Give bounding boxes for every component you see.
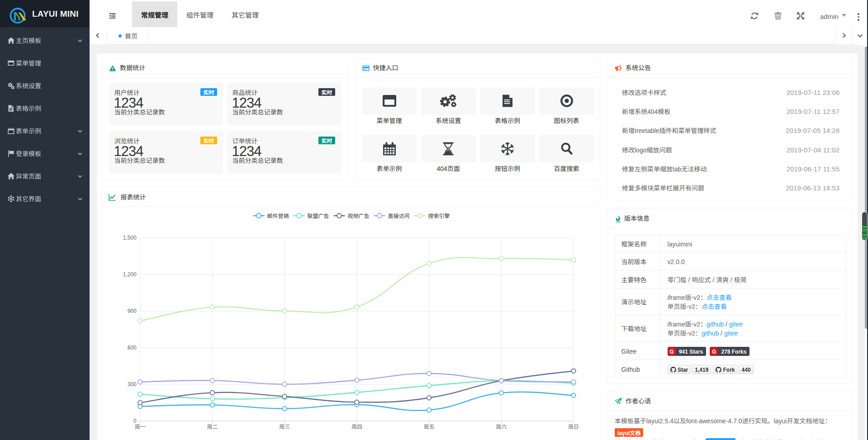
svg-text:搜索引擎: 搜索引擎 bbox=[428, 212, 450, 219]
svg-text:周四: 周四 bbox=[351, 422, 362, 430]
svg-text:周一: 周一 bbox=[135, 422, 146, 430]
svg-text:900: 900 bbox=[128, 307, 137, 314]
svg-text:视频广告: 视频广告 bbox=[348, 212, 370, 219]
svg-text:直接访问: 直接访问 bbox=[388, 212, 410, 219]
svg-text:邮件营销: 邮件营销 bbox=[267, 212, 289, 219]
svg-text:300: 300 bbox=[128, 380, 137, 388]
svg-text:1,200: 1,200 bbox=[123, 270, 137, 278]
svg-text:1,500: 1,500 bbox=[123, 233, 137, 241]
svg-text:周三: 周三 bbox=[279, 422, 290, 430]
svg-text:周二: 周二 bbox=[207, 422, 218, 430]
svg-text:周六: 周六 bbox=[496, 422, 507, 430]
svg-text:联盟广告: 联盟广告 bbox=[308, 212, 329, 219]
svg-text:600: 600 bbox=[128, 343, 137, 351]
svg-text:周五: 周五 bbox=[424, 422, 435, 430]
svg-text:周日: 周日 bbox=[568, 422, 579, 430]
